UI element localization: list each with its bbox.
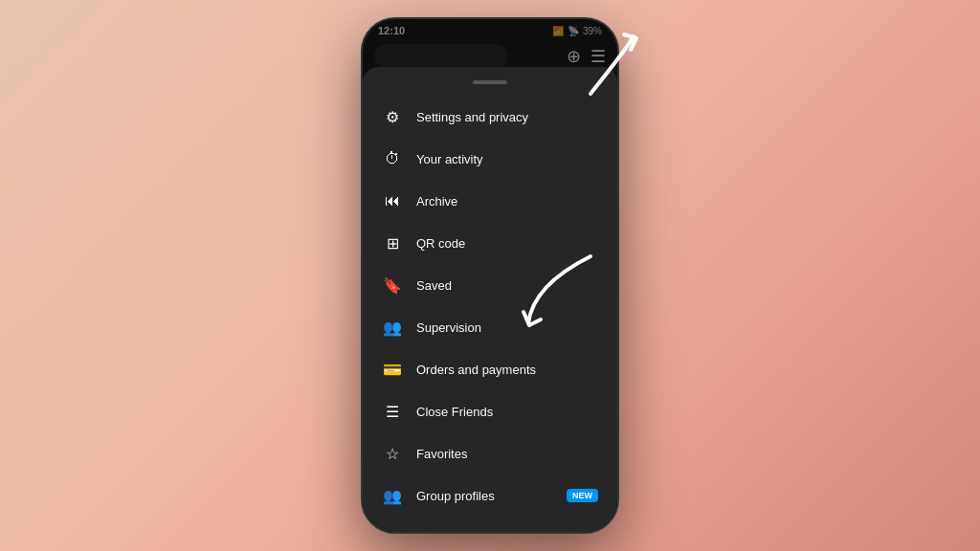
archive-label: Archive <box>416 194 598 209</box>
saved-icon: 🔖 <box>382 275 403 296</box>
favorites-label: Favorites <box>416 447 598 461</box>
archive-icon: ⏮ <box>382 190 403 211</box>
menu-item-archive[interactable]: ⏮ Archive <box>363 180 617 222</box>
menu-item-favorites[interactable]: ☆ Favorites <box>363 432 617 474</box>
close-friends-icon: ☰ <box>382 401 403 422</box>
favorites-icon: ☆ <box>382 443 403 464</box>
drag-handle[interactable] <box>473 80 507 84</box>
menu-item-saved[interactable]: 🔖 Saved <box>363 264 617 306</box>
menu-item-group-profiles[interactable]: 👥 Group profiles NEW <box>363 474 617 517</box>
group-profiles-icon: 👥 <box>382 485 403 506</box>
orders-icon: 💳 <box>382 359 403 380</box>
dropdown-panel: ⚙ Settings and privacy ⏱ Your activity ⏮… <box>363 67 617 532</box>
group-profiles-label: Group profiles <box>416 489 553 503</box>
settings-label: Settings and privacy <box>416 110 598 124</box>
activity-label: Your activity <box>416 152 598 166</box>
supervision-icon: 👥 <box>382 317 403 338</box>
qr-code-label: QR code <box>416 236 598 251</box>
orders-label: Orders and payments <box>416 363 598 377</box>
supervision-label: Supervision <box>416 320 598 335</box>
menu-item-settings[interactable]: ⚙ Settings and privacy <box>363 96 617 138</box>
menu-item-qr-code[interactable]: ⊞ QR code <box>363 222 617 264</box>
menu-item-supervision[interactable]: 👥 Supervision <box>363 306 617 348</box>
new-badge: NEW <box>567 489 598 502</box>
close-friends-label: Close Friends <box>416 405 598 419</box>
menu-item-close-friends[interactable]: ☰ Close Friends <box>363 390 617 432</box>
menu-item-your-activity[interactable]: ⏱ Your activity <box>363 138 617 180</box>
menu-item-orders[interactable]: 💳 Orders and payments <box>363 348 617 390</box>
qr-code-icon: ⊞ <box>382 232 403 253</box>
saved-label: Saved <box>416 278 598 293</box>
settings-icon: ⚙ <box>382 106 403 127</box>
activity-icon: ⏱ <box>382 148 403 169</box>
phone-frame: 12:10 📶 📡 39% ⊕ ☰ 👤 108 Posts <box>361 17 619 534</box>
